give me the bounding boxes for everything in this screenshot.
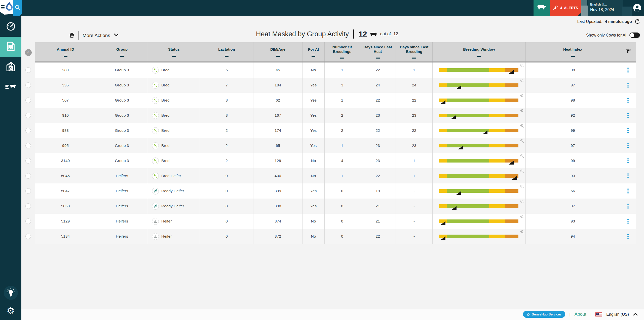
breeding-window-segment [489, 129, 505, 132]
column-header-days-since-last-breeding[interactable]: Days since Last Breeding [396, 42, 433, 61]
select-all-checkbox[interactable]: ✓ [25, 49, 32, 56]
column-header-animal-id[interactable]: Animal ID [35, 42, 96, 61]
show-only-toggle[interactable] [629, 33, 640, 38]
column-header-lactation[interactable]: Lactation [200, 42, 253, 61]
row-radio-button[interactable] [25, 143, 31, 148]
table-row[interactable]: 567 Group 3 Bred 3 62 Yes 1 22 22 98 [35, 93, 636, 108]
magnifier-zoom-icon[interactable] [520, 63, 524, 69]
magnifier-zoom-icon[interactable] [520, 184, 524, 189]
search-button[interactable] [13, 0, 22, 16]
row-radio-button[interactable] [25, 188, 31, 194]
refresh-icon[interactable] [634, 19, 640, 25]
column-filter-icon[interactable] [340, 57, 344, 59]
row-menu-kebab-icon[interactable] [627, 204, 629, 209]
cell-group: Heifers [96, 199, 148, 214]
row-radio-button[interactable] [25, 67, 31, 73]
footer-language-selector[interactable]: English (US) [606, 312, 629, 317]
row-menu-kebab-icon[interactable] [627, 98, 629, 103]
table-filter-button[interactable] [620, 42, 636, 61]
table-row[interactable]: 983 Group 3 Bred 2 174 Yes 2 22 22 99 [35, 123, 636, 138]
print-icon[interactable] [69, 32, 75, 39]
row-menu-kebab-icon[interactable] [627, 68, 629, 73]
cell-for-ai: No [302, 62, 325, 78]
table-row[interactable]: 5050 Heifers Ready Heifer 0 398 Yes 0 21… [35, 199, 636, 214]
table-row[interactable]: 3140 Group 3 Bred 2 129 No 4 23 1 99 [35, 153, 636, 168]
row-menu-kebab-icon[interactable] [627, 234, 629, 239]
column-header-breeding-window[interactable]: Breeding Window [433, 42, 526, 61]
column-filter-icon[interactable] [477, 55, 481, 57]
column-filter-icon[interactable] [225, 55, 229, 57]
row-radio-button[interactable] [25, 173, 31, 179]
sensehub-services-button[interactable]: SenseHub Services [523, 311, 565, 318]
table-row[interactable]: 280 Group 3 Bred 5 45 No 1 22 1 98 [35, 62, 636, 78]
language-date-display[interactable]: English U... Nov 18, 2024 [590, 2, 620, 13]
column-filter-icon[interactable] [172, 55, 176, 57]
more-actions-menu[interactable]: More Actions [69, 31, 119, 40]
magnifier-zoom-icon[interactable] [520, 93, 524, 99]
cell-number-of-breedings: 2 [325, 108, 360, 123]
magnifier-zoom-icon[interactable] [520, 230, 524, 235]
row-radio-button[interactable] [25, 158, 31, 164]
table-row[interactable]: 5134 Heifers Heifer 0 372 No 0 22 - 94 [35, 229, 636, 244]
column-header-days-since-last-heat[interactable]: Days since Last Heat [360, 42, 396, 61]
row-radio-button[interactable] [25, 218, 31, 224]
row-radio-button[interactable] [25, 128, 31, 133]
table-row[interactable]: 995 Group 3 Bred 2 65 Yes 1 23 23 97 [35, 138, 636, 153]
row-menu-kebab-icon[interactable] [627, 83, 629, 88]
table-row[interactable]: 5047 Heifers Ready Heifer 0 399 Yes 0 19… [35, 183, 636, 199]
chevron-up-icon[interactable] [633, 312, 638, 317]
column-header-heat-index[interactable]: Heat Index [526, 42, 620, 61]
table-row[interactable]: 5129 Heifers Heifer 0 374 No 0 21 - 93 [35, 214, 636, 229]
column-header-number-of-breedings[interactable]: Number Of Breedings [325, 42, 360, 61]
column-filter-icon[interactable] [412, 57, 416, 59]
magnifier-zoom-icon[interactable] [520, 109, 524, 114]
column-filter-icon[interactable] [120, 55, 124, 57]
page-title: Heat Masked by Group Activity 12 out of … [256, 29, 398, 39]
sidebar-item-tips[interactable] [0, 284, 21, 302]
row-menu-kebab-icon[interactable] [627, 158, 629, 163]
heat-marker-icon [456, 191, 461, 195]
row-menu-kebab-icon[interactable] [627, 219, 629, 224]
user-account-button[interactable] [633, 4, 641, 12]
table-row[interactable]: 910 Group 3 Bred 3 167 Yes 2 23 23 92 [35, 108, 636, 123]
row-menu-kebab-icon[interactable] [627, 188, 629, 194]
column-filter-icon[interactable] [64, 55, 67, 57]
sidebar-item-reports[interactable] [0, 37, 21, 57]
row-menu-kebab-icon[interactable] [627, 113, 629, 118]
row-menu-kebab-icon[interactable] [627, 143, 629, 148]
magnifier-zoom-icon[interactable] [520, 169, 524, 174]
row-radio-button[interactable] [25, 82, 31, 88]
hamburger-menu-icon[interactable] [1, 5, 5, 10]
column-header-dim-age[interactable]: DIM/Age [253, 42, 302, 61]
sidebar-item-dashboard[interactable] [0, 17, 21, 37]
sidebar-item-settings[interactable]: ⚙ [0, 302, 21, 320]
sidebar-item-sort-cows[interactable] [0, 77, 21, 97]
column-filter-icon[interactable] [376, 57, 380, 59]
column-header-for-ai[interactable]: For AI [302, 42, 325, 61]
row-radio-button[interactable] [25, 113, 31, 118]
magnifier-zoom-icon[interactable] [520, 214, 524, 220]
table-row[interactable]: 335 Group 3 Bred 7 184 Yes 3 24 24 97 [35, 78, 636, 93]
magnifier-zoom-icon[interactable] [520, 78, 524, 84]
column-filter-icon[interactable] [312, 55, 315, 57]
table-row[interactable]: 5046 Heifers Bred Heifer 0 400 No 1 22 1… [35, 168, 636, 183]
cows-button[interactable] [534, 0, 550, 16]
cell-row-menu [620, 78, 636, 93]
cell-breeding-window [433, 229, 526, 244]
row-radio-button[interactable] [25, 234, 31, 239]
magnifier-zoom-icon[interactable] [520, 199, 524, 205]
row-menu-kebab-icon[interactable] [627, 128, 629, 133]
row-radio-button[interactable] [25, 203, 31, 209]
row-menu-kebab-icon[interactable] [627, 173, 629, 178]
magnifier-zoom-icon[interactable] [520, 124, 524, 129]
about-link[interactable]: About [575, 312, 586, 317]
alerts-button[interactable]: 4 ALERTS [550, 0, 581, 16]
column-filter-icon[interactable] [276, 55, 280, 57]
column-header-group[interactable]: Group [96, 42, 148, 61]
column-header-status[interactable]: Status [148, 42, 200, 61]
row-radio-button[interactable] [25, 98, 31, 103]
column-filter-icon[interactable] [571, 55, 575, 57]
sidebar-item-farm[interactable] [0, 57, 21, 77]
magnifier-zoom-icon[interactable] [520, 154, 524, 159]
magnifier-zoom-icon[interactable] [520, 139, 524, 144]
